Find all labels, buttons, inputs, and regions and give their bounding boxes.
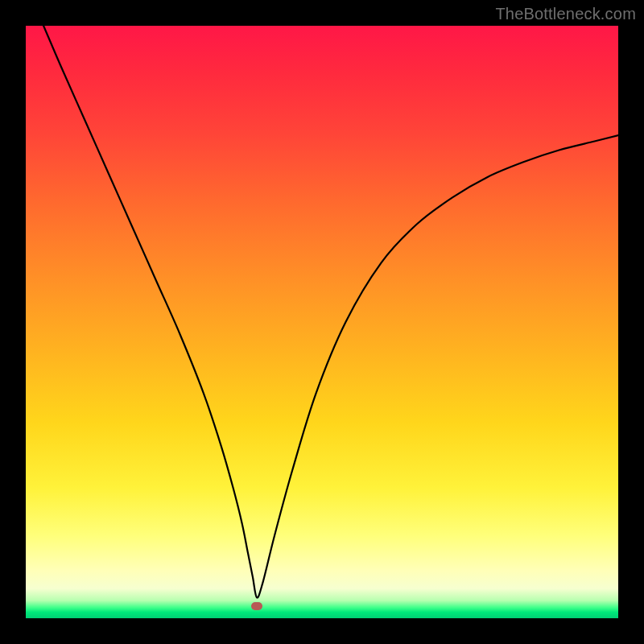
curve-layer bbox=[26, 26, 618, 618]
watermark-text: TheBottleneck.com bbox=[495, 5, 636, 23]
chart-frame: TheBottleneck.com bbox=[0, 0, 644, 644]
minimum-marker bbox=[251, 602, 262, 610]
plot-area bbox=[26, 26, 618, 618]
bottleneck-curve bbox=[43, 26, 618, 597]
